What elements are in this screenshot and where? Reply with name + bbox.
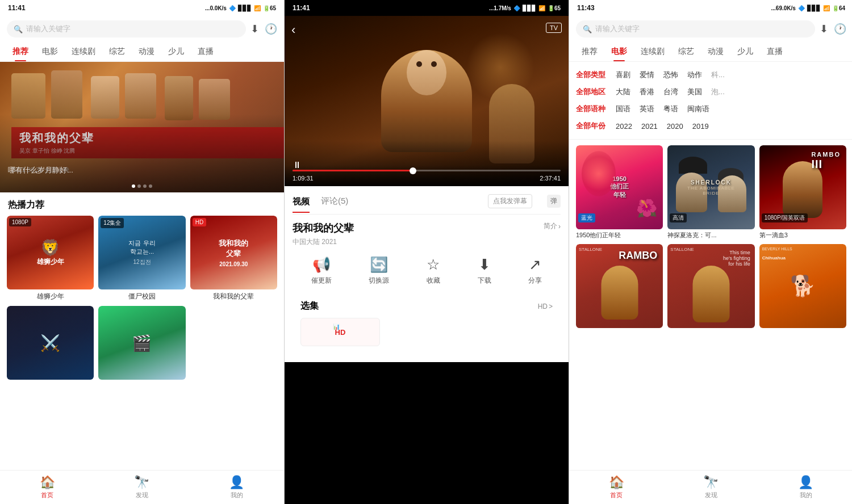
nav-profile-1[interactable]: 👤 我的 [229,475,244,499]
nav-profile-3[interactable]: 👤 我的 [798,475,813,499]
profile-icon-3: 👤 [798,475,813,490]
network-speed-1: ...0.0K/s [205,5,227,11]
back-btn-2[interactable]: ‹ [291,23,295,37]
dot-3 [143,184,147,188]
movie-card-zombie[interactable]: 지금 우리 학교는... 12집전 12集全 僵尸校园 [98,216,185,301]
tab-live-3[interactable]: 直播 [761,42,788,61]
video-tab-comments-2[interactable]: 评论(5) [321,196,348,207]
filter-option-2021[interactable]: 2021 [641,122,658,131]
search-actions-3: ⬇ 🕐 [820,23,846,35]
nav-discover-1[interactable]: 🔭 发现 [134,475,149,499]
movie-card-misc[interactable]: BEVERLY HILLS Chihuahua 🐕 [759,244,846,330]
tab-anime-1[interactable]: 动漫 [133,42,160,61]
movie-card-1950[interactable]: 🌺 1950 他们正 年轻 蓝光 1950他们正年轻 [576,145,663,240]
episode-btn-hd-2[interactable]: 📊 HD [300,318,380,346]
home-icon-3: 🏠 [609,475,624,490]
barrage-send-2[interactable]: 弹 [547,195,561,208]
battery-3: 🔋64 [832,5,845,11]
filter-option-action[interactable]: 动作 [687,70,702,80]
tv-btn-2[interactable]: TV [546,23,562,33]
filter-option-hk[interactable]: 香港 [640,87,654,97]
movie-card-rambo3[interactable]: RAMBO III 1080P/国英双语 第一滴血3 [759,145,846,240]
episode-hd-link-2[interactable]: HD > [538,303,553,310]
action-share-2[interactable]: ↗ 分享 [528,256,542,285]
filter-option-more-region[interactable]: 泡... [711,87,725,97]
badge-zombie: 12集全 [101,218,124,228]
tab-movie-3[interactable]: 电影 [605,42,633,61]
filter-option-2022[interactable]: 2022 [616,122,632,131]
movie-card-lion[interactable]: 🦁 雄狮少年 1080P 雄狮少年 [7,216,94,301]
hero-banner-1[interactable]: 我和我的父辈 吴京 章子怡 徐峥 沈腾 2021.09.30 全国上映 哪有什么… [0,62,284,192]
tab-recommend-3[interactable]: 推荐 [576,42,603,61]
tab-recommend-1[interactable]: 推荐 [7,42,34,61]
intro-btn-2[interactable]: 简介 › [544,221,561,231]
dot-2 [137,184,141,188]
filter-option-us[interactable]: 美国 [687,87,702,97]
movie-grid-row2-1: ⚔️ 🎬 [0,301,284,382]
download-label-2: 下载 [478,276,491,285]
tab-live-1[interactable]: 直播 [192,42,219,61]
update-label-2: 催更新 [311,276,332,285]
hot-section-title-1: 热播力荐 [8,200,44,209]
title-zombie: 僵尸校园 [98,289,185,301]
filter-option-cantonese[interactable]: 粤语 [663,104,678,114]
movie-card-father[interactable]: 我和我的 父辈 2021.09.30 HD 我和我的父辈 [190,216,277,301]
filter-option-2020[interactable]: 2020 [667,122,683,131]
download-icon-1[interactable]: ⬇ [250,23,259,35]
search-input-wrap-1[interactable]: 🔍 请输入关键字 [7,20,246,37]
filter-option-more-type[interactable]: 科... [711,70,725,80]
hot-section-header-1: 热播力荐 [0,192,284,216]
barrage-btn-2[interactable]: 点我发弹幕 [488,194,532,208]
action-collect-2[interactable]: ☆ 收藏 [427,256,440,285]
bluetooth-icon-3: 🔷 [798,5,805,11]
movie-card-sherlock[interactable]: SHERLOCK THE ABOMINABLE BRIDE 高清 神探夏洛克：可… [667,145,754,240]
status-bar-2: 11:41 ...1.7M/s 🔷 ▊▊▊ 📶 🔋65 [285,0,569,16]
video-tab-video-2[interactable]: 视频 [293,196,310,213]
filter-option-english[interactable]: 英语 [640,104,654,114]
progress-fill-2 [293,170,413,171]
filter-option-mainland[interactable]: 大陆 [616,87,630,97]
progress-bar-2[interactable] [293,170,561,171]
history-icon-3[interactable]: 🕐 [834,23,846,35]
nav-discover-3[interactable]: 🔭 发现 [703,475,719,499]
filter-option-tw[interactable]: 台湾 [663,87,678,97]
bluetooth-icon-2: 🔷 [513,5,520,11]
tab-variety-3[interactable]: 综艺 [673,42,700,61]
pause-btn-2[interactable]: ⏸ [293,160,302,170]
tab-kids-3[interactable]: 少儿 [732,42,759,61]
title-rambo2 [667,328,754,330]
filter-row-type: 全部类型 喜剧 爱情 恐怖 动作 科... [576,66,846,83]
filter-option-romance[interactable]: 爱情 [640,70,654,80]
tab-kids-1[interactable]: 少儿 [162,42,190,61]
filter-option-horror[interactable]: 恐怖 [663,70,678,80]
tab-variety-1[interactable]: 综艺 [103,42,131,61]
wifi-icon: 📶 [254,5,261,11]
action-download-2[interactable]: ⬇ 下载 [478,256,491,285]
download-icon-3[interactable]: ⬇ [820,23,828,35]
badge-1950: 蓝光 [578,213,595,222]
home-icon-1: 🏠 [40,475,55,490]
filter-option-minnan[interactable]: 闽南语 [687,104,709,114]
action-source-2[interactable]: 🔄 切换源 [369,256,389,285]
tab-movie-1[interactable]: 电影 [36,42,64,61]
update-icon-2: 📢 [312,256,331,274]
filter-option-comedy[interactable]: 喜剧 [616,70,630,80]
tab-series-1[interactable]: 连续剧 [66,42,101,61]
video-area-2[interactable]: ‹ TV ⏸ 1:09:31 2:37:41 [285,16,569,186]
movie-card-4[interactable]: ⚔️ [7,306,94,382]
search-input-wrap-3[interactable]: 🔍 请输入关键字 [576,20,815,37]
action-update-2[interactable]: 📢 催更新 [311,256,332,285]
tab-series-3[interactable]: 连续剧 [635,42,670,61]
filter-option-mandarin[interactable]: 国语 [616,104,630,114]
search-icon-1: 🔍 [14,25,23,33]
filter-option-2019[interactable]: 2019 [692,122,709,131]
movie-card-5[interactable]: 🎬 [98,306,185,382]
history-icon-1[interactable]: 🕐 [265,23,277,35]
tab-anime-3[interactable]: 动漫 [702,42,729,61]
episode-section-2: 选集 HD > 📊 HD [293,295,561,354]
wifi-icon-2: 📶 [538,5,545,11]
nav-home-1[interactable]: 🏠 首页 [40,475,55,499]
nav-home-3[interactable]: 🏠 首页 [609,475,624,499]
movie-card-rambo1[interactable]: RAMBO STALLONE [576,244,663,330]
movie-card-rambo2[interactable]: STALLONE This timehe's fightingfor his l… [667,244,754,330]
